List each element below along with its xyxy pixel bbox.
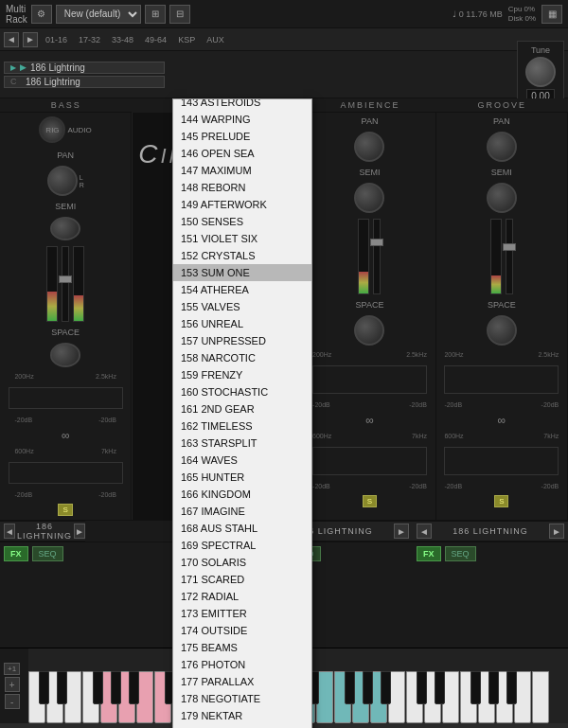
bass-space-knob[interactable] bbox=[50, 343, 80, 366]
black-key-3-5[interactable] bbox=[506, 671, 517, 704]
grid-icon[interactable]: ⊞ bbox=[145, 5, 166, 24]
dropdown-item-170[interactable]: 170 SOLARIS bbox=[173, 554, 311, 571]
octave-up-button[interactable]: + bbox=[5, 677, 20, 692]
ambience-space-knob[interactable] bbox=[354, 315, 384, 346]
grv-fx-button[interactable]: FX bbox=[417, 546, 441, 561]
ambience-pan-knob[interactable] bbox=[354, 132, 384, 162]
dropdown-item-167[interactable]: 167 IMAGINE bbox=[173, 503, 311, 520]
dropdown-item-171[interactable]: 171 SCARED bbox=[173, 571, 311, 588]
dropdown-item-165[interactable]: 165 HUNTER bbox=[173, 469, 311, 486]
dropdown-item-149[interactable]: 149 AFTERWORK bbox=[173, 196, 311, 213]
dropdown-item-160[interactable]: 160 STOCHASTIC bbox=[173, 383, 311, 400]
groove-channel: PAN SEMI SPACE 200Hz 2.5kHz bbox=[436, 113, 568, 520]
next-arrow[interactable]: ► bbox=[23, 32, 38, 47]
bass-fader-handle[interactable] bbox=[59, 275, 72, 283]
black-key-3-4[interactable] bbox=[488, 671, 499, 704]
bass-solo-button[interactable]: S bbox=[58, 504, 72, 516]
tune-knob[interactable] bbox=[525, 57, 556, 87]
dropdown-item-151[interactable]: 151 VIOLET SIX bbox=[173, 230, 311, 247]
octave-down-button[interactable]: - bbox=[5, 694, 20, 709]
black-key-0-5[interactable] bbox=[129, 671, 139, 704]
ksp-label: KSP bbox=[174, 35, 199, 44]
dropdown-item-162[interactable]: 162 TIMELESS bbox=[173, 417, 311, 435]
bass-pan-knob[interactable] bbox=[47, 166, 78, 196]
dropdown-item-157[interactable]: 157 UNPRESSED bbox=[173, 332, 311, 349]
black-key-3-1[interactable] bbox=[435, 671, 445, 704]
dropdown-item-172[interactable]: 172 RADIAL bbox=[173, 588, 311, 605]
rack-area: ▶ ▶ 186 Lightring C 186 Lightring Tune 0… bbox=[0, 51, 568, 98]
dropdown-item-178[interactable]: 178 NEGOTIATE bbox=[173, 690, 311, 707]
dropdown-item-148[interactable]: 148 REBORN bbox=[173, 179, 311, 196]
dropdown-item-153[interactable]: 153 SUM ONE bbox=[173, 264, 311, 281]
preset-dropdown[interactable]: 134 OPENING135 CREATIVE136 TUNNEL137 VIS… bbox=[172, 98, 312, 728]
amb-solo-button[interactable]: S bbox=[363, 495, 377, 507]
bass-seq-button[interactable]: SEQ bbox=[32, 546, 63, 561]
black-key-0-4[interactable] bbox=[111, 671, 121, 704]
pan-label-amb: PAN bbox=[362, 116, 379, 126]
groove-pan-knob[interactable] bbox=[487, 132, 517, 162]
preset-select[interactable]: New (default) bbox=[56, 5, 141, 24]
black-key-2-5[interactable] bbox=[381, 671, 391, 704]
grv-vu-left bbox=[490, 219, 502, 294]
grv-next-button[interactable]: ► bbox=[549, 524, 564, 539]
bass-channel: RIG AUDIO PAN L R SEMI bbox=[0, 113, 132, 520]
dropdown-item-147[interactable]: 147 MAXIMUM bbox=[173, 162, 311, 179]
grv-fader-handle[interactable] bbox=[503, 243, 516, 251]
dropdown-item-179[interactable]: 179 NEKTAR bbox=[173, 707, 311, 724]
amb-fader-handle[interactable] bbox=[370, 239, 383, 246]
rack-item-1[interactable]: ▶ ▶ 186 Lightring bbox=[4, 62, 165, 74]
groove-semi-knob[interactable] bbox=[487, 183, 517, 213]
dropdown-item-145[interactable]: 145 PRELUDE bbox=[173, 128, 311, 145]
dropdown-item-156[interactable]: 156 UNREAL bbox=[173, 315, 311, 332]
dropdown-item-155[interactable]: 155 VALVES bbox=[173, 298, 311, 315]
dropdown-item-176[interactable]: 176 PHOTON bbox=[173, 656, 311, 673]
groove-space-knob[interactable] bbox=[487, 315, 517, 346]
bass-eq1-range: 200Hz 2.5kHz bbox=[14, 373, 115, 380]
dropdown-item-174[interactable]: 174 OUTSIDE bbox=[173, 622, 311, 639]
dropdown-item-144[interactable]: 144 WARPING bbox=[173, 111, 311, 128]
mixer-icon[interactable]: ▦ bbox=[541, 5, 562, 24]
settings-icon[interactable]: ⚙ bbox=[31, 5, 52, 24]
dropdown-item-150[interactable]: 150 SENSES bbox=[173, 213, 311, 230]
ambience-semi-knob[interactable] bbox=[354, 183, 384, 213]
dropdown-item-177[interactable]: 177 PARALLAX bbox=[173, 673, 311, 690]
black-key-0-1[interactable] bbox=[57, 671, 67, 704]
amb-fader[interactable] bbox=[373, 219, 381, 294]
grv-seq-button[interactable]: SEQ bbox=[445, 546, 476, 561]
dropdown-item-152[interactable]: 152 CRYSTALS bbox=[173, 247, 311, 264]
black-key-0-0[interactable] bbox=[39, 671, 49, 704]
dropdown-item-158[interactable]: 158 NARCOTIC bbox=[173, 349, 311, 366]
black-key-3-0[interactable] bbox=[417, 671, 427, 704]
black-key-2-3[interactable] bbox=[345, 671, 355, 704]
grv-vu-fill bbox=[491, 275, 501, 294]
bass-fx-button[interactable]: FX bbox=[4, 546, 28, 561]
dropdown-item-146[interactable]: 146 OPEN SEA bbox=[173, 145, 311, 162]
rack-item-2[interactable]: C 186 Lightring bbox=[4, 76, 165, 88]
dropdown-item-168[interactable]: 168 AUS STAHL bbox=[173, 520, 311, 537]
prev-arrow[interactable]: ◄ bbox=[4, 32, 19, 47]
bass-semi-knob[interactable] bbox=[50, 217, 80, 240]
white-key-28[interactable] bbox=[532, 671, 549, 723]
dropdown-item-180[interactable]: 180 PHANTOMS bbox=[173, 724, 311, 728]
dropdown-item-175[interactable]: 175 BEAMS bbox=[173, 639, 311, 656]
dropdown-item-166[interactable]: 166 KINGDOM bbox=[173, 486, 311, 503]
dropdown-item-159[interactable]: 159 FRENZY bbox=[173, 366, 311, 383]
black-key-3-3[interactable] bbox=[470, 671, 481, 704]
bass-prev-button[interactable]: ◄ bbox=[4, 524, 15, 539]
bass-fader[interactable] bbox=[62, 246, 69, 322]
black-key-0-3[interactable] bbox=[93, 671, 103, 704]
split-icon[interactable]: ⊟ bbox=[169, 5, 190, 24]
black-key-2-4[interactable] bbox=[363, 671, 373, 704]
dropdown-item-164[interactable]: 164 WAVES bbox=[173, 452, 311, 469]
dropdown-item-143[interactable]: 143 ASTEROIDS bbox=[173, 98, 311, 111]
grv-solo-button[interactable]: S bbox=[494, 495, 508, 507]
amb-next-button[interactable]: ► bbox=[394, 524, 409, 539]
dropdown-item-161[interactable]: 161 2ND GEAR bbox=[173, 400, 311, 417]
bass-next-button[interactable]: ► bbox=[74, 524, 85, 539]
dropdown-item-169[interactable]: 169 SPECTRAL bbox=[173, 537, 311, 554]
grv-fader[interactable] bbox=[506, 219, 513, 294]
dropdown-item-154[interactable]: 154 ATHEREA bbox=[173, 281, 311, 298]
grv-prev-button[interactable]: ◄ bbox=[417, 524, 432, 539]
dropdown-item-163[interactable]: 163 STARSPLIT bbox=[173, 435, 311, 452]
dropdown-item-173[interactable]: 173 EMITTER bbox=[173, 605, 311, 622]
